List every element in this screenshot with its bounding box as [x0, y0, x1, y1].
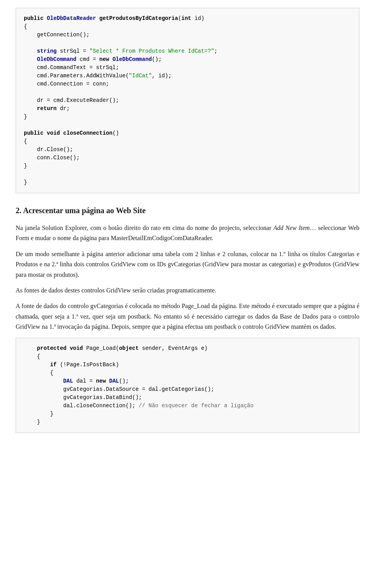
code-line: cmd.CommandText = strSql; — [24, 64, 119, 71]
code-line: if (!Page.IsPostBack) — [24, 362, 119, 368]
code-line: OleDbCommand cmd = new OleDbCommand(); — [24, 56, 162, 62]
code-line: } — [24, 163, 27, 169]
code-line: protected void Page_Load(object sender, … — [24, 345, 208, 351]
code-line: public void closeConnection() — [24, 130, 119, 136]
code-line: } — [24, 419, 40, 425]
code-line: { — [24, 353, 40, 360]
code-line: gvCategorias.DataSource = dal.getCategor… — [24, 386, 214, 392]
code-line: conn.Close(); — [24, 155, 80, 161]
paragraph-3: As fontes de dados destes controlos Grid… — [16, 285, 359, 296]
code-line: } — [24, 114, 27, 120]
code-line: { — [24, 23, 27, 30]
code-line: gvCategorias.DataBind(); — [24, 394, 142, 401]
code-line: { — [24, 138, 27, 144]
code-line: dal.closeConnection(); // Não esquecer d… — [24, 403, 254, 409]
code-line: cmd.Connection = conn; — [24, 81, 109, 87]
paragraph-2: De um modo semelhante à página anterior … — [16, 249, 359, 280]
code-line: getConnection(); — [24, 32, 89, 38]
paragraph-4: A fonte de dados do controlo gvCategoria… — [16, 301, 359, 332]
code-block-2: protected void Page_Load(object sender, … — [16, 338, 359, 433]
code-block-1: public OleDbDataReader getProdutosByIdCa… — [16, 8, 359, 193]
code-line: return dr; — [24, 105, 70, 112]
code-line: string strSql = "Select * From Produtos … — [24, 48, 218, 54]
code-line: cmd.Parameters.AddWithValue("IdCat", id)… — [24, 73, 171, 79]
code-line: public OleDbDataReader getProdutosByIdCa… — [24, 15, 204, 21]
code-line: { — [24, 370, 54, 376]
code-line: } — [24, 179, 27, 185]
code-line: DAL dal = new DAL(); — [24, 378, 129, 384]
code-line: dr.Close(); — [24, 146, 73, 153]
code-line: } — [24, 411, 54, 417]
section-heading-2: 2. Acrescentar uma página ao Web Site — [16, 204, 359, 217]
code-line: dr = cmd.ExecuteReader(); — [24, 97, 119, 103]
paragraph-1: Na janela Solution Explorer, com o botão… — [16, 223, 359, 244]
